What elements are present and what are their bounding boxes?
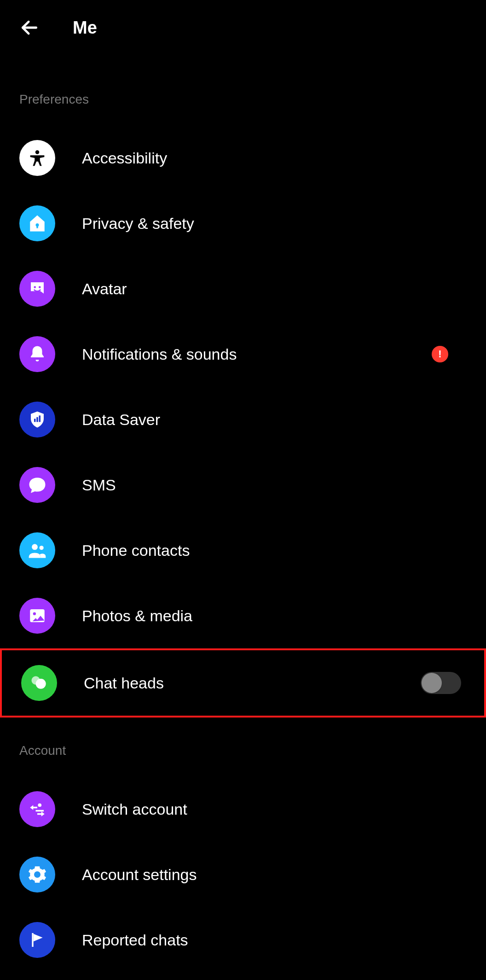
row-notifications-sounds[interactable]: Notifications & sounds ! bbox=[0, 321, 486, 387]
row-photos-media[interactable]: Photos & media bbox=[0, 583, 486, 648]
row-phone-contacts[interactable]: Phone contacts bbox=[0, 518, 486, 583]
row-accessibility[interactable]: Accessibility bbox=[0, 125, 486, 191]
shield-chart-icon bbox=[19, 402, 55, 438]
svg-point-13 bbox=[33, 612, 36, 615]
row-avatar[interactable]: Avatar bbox=[0, 256, 486, 321]
svg-rect-8 bbox=[36, 417, 38, 422]
header: Me bbox=[0, 0, 486, 55]
svg-point-16 bbox=[38, 803, 41, 807]
row-sms[interactable]: SMS bbox=[0, 452, 486, 518]
svg-rect-4 bbox=[36, 225, 38, 228]
svg-point-2 bbox=[35, 150, 39, 154]
house-lock-icon bbox=[19, 205, 55, 241]
svg-rect-7 bbox=[34, 419, 36, 422]
svg-rect-9 bbox=[39, 415, 41, 422]
row-label: Data Saver bbox=[82, 411, 467, 429]
row-privacy-safety[interactable]: Privacy & safety bbox=[0, 191, 486, 256]
flag-icon bbox=[19, 922, 55, 958]
row-label: Switch account bbox=[82, 800, 467, 818]
row-label: Privacy & safety bbox=[82, 215, 467, 233]
chat-heads-icon bbox=[21, 665, 57, 701]
row-label: Accessibility bbox=[82, 149, 467, 167]
svg-point-10 bbox=[32, 544, 38, 550]
chat-heads-toggle[interactable] bbox=[421, 672, 461, 694]
row-label: Reported chats bbox=[82, 931, 467, 949]
row-label: Chat heads bbox=[84, 674, 421, 692]
back-button[interactable] bbox=[18, 17, 40, 39]
accessibility-icon bbox=[19, 140, 55, 176]
row-chat-heads[interactable]: Chat heads bbox=[0, 648, 486, 718]
avatar-icon bbox=[19, 271, 55, 307]
section-header-account: Account bbox=[0, 718, 486, 776]
toggle-knob bbox=[422, 673, 442, 693]
row-reported-chats[interactable]: Reported chats bbox=[0, 907, 486, 973]
svg-point-6 bbox=[39, 286, 41, 288]
row-label: Photos & media bbox=[82, 607, 467, 625]
svg-point-5 bbox=[34, 286, 36, 288]
svg-point-15 bbox=[36, 679, 46, 689]
chat-bubble-icon bbox=[19, 467, 55, 503]
row-data-saver[interactable]: Data Saver bbox=[0, 387, 486, 452]
bell-icon bbox=[19, 336, 55, 372]
alert-badge: ! bbox=[432, 346, 448, 362]
svg-rect-17 bbox=[32, 933, 33, 947]
row-account-settings[interactable]: Account settings bbox=[0, 842, 486, 907]
row-label: Account settings bbox=[82, 866, 467, 884]
people-icon bbox=[19, 532, 55, 568]
image-icon bbox=[19, 598, 55, 634]
row-label: Notifications & sounds bbox=[82, 345, 432, 363]
page-title: Me bbox=[73, 18, 97, 38]
row-switch-account[interactable]: Switch account bbox=[0, 776, 486, 842]
arrow-left-icon bbox=[19, 18, 40, 38]
section-header-preferences: Preferences bbox=[0, 55, 486, 125]
gear-icon bbox=[19, 857, 55, 892]
svg-point-11 bbox=[40, 546, 44, 550]
row-label: Avatar bbox=[82, 280, 467, 298]
row-label: Phone contacts bbox=[82, 542, 467, 560]
row-label: SMS bbox=[82, 476, 467, 494]
switch-account-icon bbox=[19, 791, 55, 827]
